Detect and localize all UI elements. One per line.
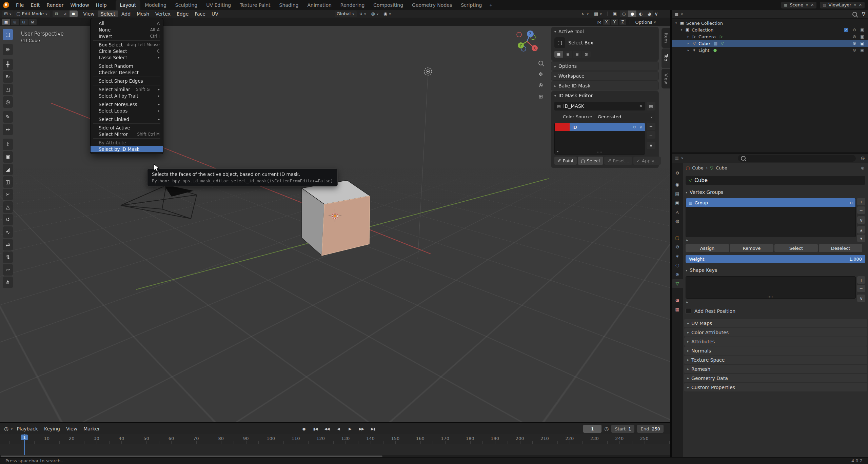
chevron-down-icon[interactable]: ∨	[681, 12, 683, 16]
mode-dropdown[interactable]: ▢ Edit Mode ∨	[14, 11, 50, 17]
pin-icon[interactable]: ⊚	[861, 165, 865, 170]
rendered-shading-button[interactable]: ◕	[645, 11, 653, 17]
search-icon[interactable]	[852, 12, 857, 17]
menu-item[interactable]: ▸	[91, 114, 163, 116]
filter-icon[interactable]: ∇	[862, 11, 865, 17]
disable-render-icon[interactable]: ▣	[859, 41, 865, 46]
menu-item[interactable]: Select Sharp Edges ▸	[91, 78, 163, 84]
pin-icon[interactable]: ⊚	[861, 155, 865, 161]
mesh-data-icon[interactable]: ▽	[710, 165, 713, 170]
sidebar-tab[interactable]: View	[662, 69, 670, 88]
filter-expand-icon[interactable]: ▸	[686, 238, 688, 242]
menu-item[interactable]: ▸	[91, 122, 163, 124]
timeline-menu[interactable]: View	[63, 425, 80, 432]
color-source-dropdown[interactable]: Generated ∨	[595, 113, 655, 121]
mirror-x-toggle[interactable]: X	[603, 19, 610, 25]
tool-spin[interactable]: ↺	[3, 214, 13, 225]
chevron-down-icon[interactable]: ∨	[11, 427, 13, 430]
tab-material[interactable]: ◕	[672, 296, 683, 305]
menu-item[interactable]: ▸	[91, 39, 163, 41]
viewport-menu[interactable]: Edge	[174, 11, 192, 17]
workspace-tab[interactable]: Sculpting	[171, 0, 202, 10]
topbar-menu[interactable]: File	[13, 0, 27, 10]
menu-item[interactable]: ▸	[91, 137, 163, 139]
filter-expand-icon[interactable]: ▸	[686, 300, 688, 304]
timeline-ruler[interactable]: 1020304050607080901001101201301401501601…	[0, 434, 670, 444]
current-frame-field[interactable]: 1	[583, 425, 601, 433]
topbar-menu[interactable]: Window	[67, 0, 92, 10]
tool-extrude-region[interactable]: ↥	[3, 139, 13, 150]
gizmo-toggle[interactable]: ⊾ ∨	[579, 11, 591, 17]
collapsed-panel[interactable]: ▸ Texture Space	[684, 356, 867, 364]
viewport-menu[interactable]: Add	[118, 11, 134, 17]
vertex-group-action-button[interactable]: Select	[774, 244, 818, 252]
menu-item[interactable]: Invert Ctrl I ▸	[91, 33, 163, 39]
viewport-menu[interactable]: View	[80, 11, 98, 17]
menu-item[interactable]: Lasso Select ▸	[91, 54, 163, 61]
timeline-track-area[interactable]	[0, 444, 670, 455]
select-button[interactable]: ▢ Select	[578, 157, 603, 165]
collapsed-panel[interactable]: ▸ Color Attributes	[684, 328, 867, 337]
sidebar-tab[interactable]: Item	[662, 28, 670, 48]
timeline-editor-icon[interactable]: ◷	[3, 426, 10, 432]
menu-item[interactable]: Circle Select C ▸	[91, 48, 163, 54]
navigation-gizmo[interactable]: Z Y X	[510, 28, 544, 59]
vertex-groups-list[interactable]: ▥ Group ⊔	[686, 198, 856, 237]
workspace-tab[interactable]: Compositing	[369, 0, 408, 10]
outliner-row-collection[interactable]: ▾ ▣ Collection ✓ ⊙ ▣	[672, 26, 868, 33]
tab-physics[interactable]: ◌	[672, 261, 683, 270]
solid-shading-button[interactable]: ●	[628, 11, 636, 17]
tool-mode-intersect-button[interactable]: ⊠	[582, 51, 591, 58]
remove-vertex-group-button[interactable]: −	[857, 206, 865, 214]
xray-toggle[interactable]: ▣	[611, 11, 619, 17]
move-down-button[interactable]: ▾	[857, 235, 865, 242]
expand-arrow-icon[interactable]: ▾	[674, 21, 678, 25]
zoom-icon[interactable]	[536, 59, 545, 67]
tab-constraints[interactable]: ⊛	[672, 270, 683, 279]
collection-checkbox[interactable]: ✓	[844, 28, 848, 32]
menu-item[interactable]: Select Linked ▸	[91, 116, 163, 122]
reset-button[interactable]: ↺ Reset...	[604, 157, 632, 165]
next-keyframe-button[interactable]: ▶▶	[356, 425, 367, 432]
menu-item[interactable]: Select Similar Shift G ▸	[91, 86, 163, 93]
collapsed-panel[interactable]: ▸ UV Maps	[684, 319, 867, 327]
tab-render[interactable]: ◉	[672, 180, 683, 189]
menu-item[interactable]: None Alt A ▸	[91, 26, 163, 33]
sidebar-tab[interactable]: Tool	[662, 48, 670, 68]
tool-smooth[interactable]: ∿	[3, 226, 13, 238]
select-intersect-mode-button[interactable]: ⊠	[28, 19, 37, 25]
tool-mode-extend-button[interactable]: ⊞	[564, 51, 572, 58]
menu-item[interactable]: Checker Deselect ▸	[91, 69, 163, 76]
proportional-edit-toggle[interactable]: ◉ ∨	[381, 11, 393, 17]
hide-eye-icon[interactable]: ⊙	[851, 34, 857, 39]
vertex-groups-panel-header[interactable]: ▾ Vertex Groups	[686, 189, 723, 195]
overlays-toggle[interactable]: ▩ ∨	[592, 11, 604, 17]
vertex-group-action-button[interactable]: Remove	[730, 244, 773, 252]
tool-shrink-fatten[interactable]: ⇅	[3, 251, 13, 263]
chevron-down-icon[interactable]: ∨	[681, 156, 684, 160]
menu-item[interactable]: By Attribute ▸	[91, 139, 163, 146]
vertex-select-mode-button[interactable]: ⊡	[53, 11, 61, 17]
menu-item[interactable]: ▸	[91, 99, 163, 101]
add-shape-key-button[interactable]: +	[857, 276, 865, 284]
chevron-down-icon[interactable]: ∨	[654, 11, 658, 17]
viewport-menu[interactable]: Vertex	[152, 11, 174, 17]
close-icon[interactable]: ✕	[859, 3, 862, 7]
collapsed-panel[interactable]: ▸ Geometry Data	[684, 374, 867, 382]
tool-move[interactable]: ╋	[3, 59, 13, 70]
select-set-mode-button[interactable]: ▦	[2, 19, 10, 25]
collapsed-panel[interactable]: ▸ Bake ID Mask	[551, 81, 658, 90]
menu-item[interactable]: Select All by Trait ▸	[91, 93, 163, 99]
tool-loop-cut[interactable]: ◫	[3, 176, 13, 188]
menu-item[interactable]: All A ▸	[91, 20, 163, 26]
expand-arrow-icon[interactable]: ▸	[687, 35, 690, 38]
pan-icon[interactable]: ✥	[536, 70, 545, 79]
remove-shape-key-button[interactable]: −	[857, 285, 865, 292]
remove-item-button[interactable]: −	[647, 131, 655, 139]
play-button[interactable]: ▶	[344, 425, 355, 432]
pivot-point-dropdown[interactable]: ◎ ∨	[369, 11, 381, 17]
resize-grip[interactable]: ∷∷	[768, 295, 773, 299]
specials-dropdown-button[interactable]: ∨	[647, 142, 655, 149]
tool-shear[interactable]: ▱	[3, 264, 13, 276]
face-select-mode-button[interactable]: ◼	[70, 11, 78, 17]
